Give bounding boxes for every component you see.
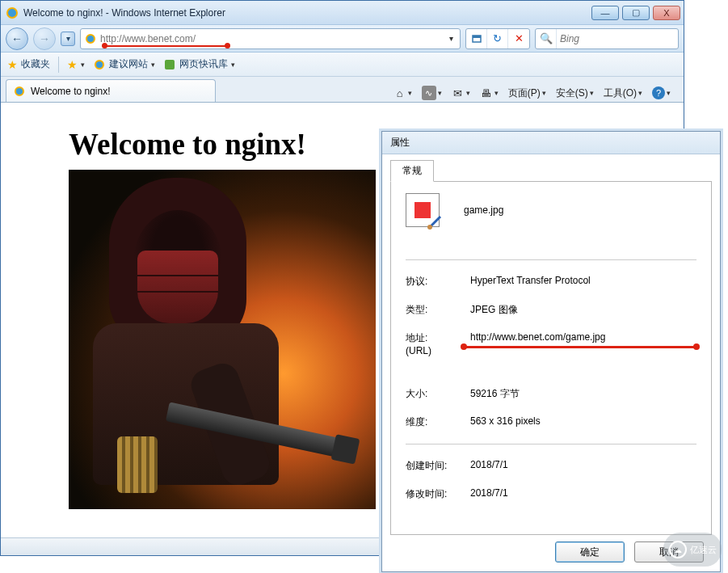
home-icon: ⌂ [393,86,406,99]
dropdown-icon: ▾ [231,61,235,69]
divider [406,259,696,260]
url-dropdown[interactable]: ▾ [445,34,457,43]
safety-menu[interactable]: 安全(S)▾ [553,85,597,102]
star-icon: ★ [7,58,18,71]
cloud-icon: ☁ [669,541,687,558]
favorites-label: 收藏夹 [21,57,50,71]
annotation-dot [102,43,107,48]
brush-icon [427,215,442,230]
svg-point-1 [86,35,95,43]
site-icon [84,32,97,45]
web-slice[interactable]: 网页快讯库 ▾ [163,57,235,71]
annotation-dot [225,43,230,48]
protocol-label: 协议: [406,275,470,289]
print-button[interactable]: 🖶▾ [477,85,502,101]
character [93,178,279,501]
help-icon: ? [652,86,665,99]
dropdown-icon: ▾ [81,61,85,69]
home-button[interactable]: ⌂▾ [390,85,415,101]
suggested-label: 建议网站 [109,57,148,71]
print-icon: 🖶 [480,86,493,99]
svg-point-9 [427,225,432,230]
svg-point-0 [7,8,17,18]
svg-point-6 [15,87,23,95]
command-bar: ⌂▾ ∿▾ ✉▾ 🖶▾ 页面(P)▾ 安全(S)▾ 工具(O)▾ ?▾ [256,84,679,102]
search-input[interactable] [557,33,662,44]
ie-small-icon [93,58,106,71]
recent-dropdown[interactable]: ▾ [61,32,75,46]
compat-icon[interactable] [466,29,487,48]
size-value: 59216 字节 [470,387,696,401]
mail-icon: ✉ [452,86,465,99]
maximize-button[interactable]: ▢ [622,6,650,20]
stop-button[interactable]: ✕ [508,29,529,48]
titlebar[interactable]: Welcome to nginx! - Windows Internet Exp… [1,1,684,25]
created-value: 2018/7/1 [470,459,696,473]
svg-point-4 [95,61,103,69]
star-add-icon: ★ [67,58,78,71]
search-icon: 🔍 [536,29,557,48]
dropdown-icon: ▾ [151,61,155,69]
page-menu[interactable]: 页面(P)▾ [505,85,549,102]
address-bar[interactable]: http://www.benet.com/ ▾ [80,28,461,49]
modified-value: 2018/7/1 [470,487,696,501]
browser-tab[interactable]: Welcome to nginx! [6,79,216,102]
help-button[interactable]: ?▾ [649,85,674,101]
suggested-sites[interactable]: 建议网站 ▾ [93,57,155,71]
watermark: ☁ 亿速云 [663,533,722,567]
tab-favicon [13,85,26,98]
navbar: ← → ▾ http://www.benet.com/ ▾ ↻ ✕ 🔍 [1,25,684,53]
mail-button[interactable]: ✉▾ [448,85,473,101]
favorites-bar: ★ 收藏夹 ★ ▾ 建议网站 ▾ 网页快讯库 ▾ [1,53,684,77]
favorites-button[interactable]: ★ 收藏夹 [7,57,50,71]
type-value: JPEG 图像 [470,303,696,317]
annotation-underline [105,45,229,47]
rss-icon: ∿ [422,86,436,100]
refresh-button[interactable]: ↻ [487,29,508,48]
dimensions-value: 563 x 316 pixels [470,415,696,429]
created-label: 创建时间: [406,459,470,473]
close-button[interactable]: X [653,6,680,20]
add-favorite-button[interactable]: ★ ▾ [67,58,85,71]
svg-rect-3 [473,36,481,38]
url-value[interactable]: http://www.benet.com/game.jpg [470,331,696,356]
search-box[interactable]: 🔍 [535,28,679,49]
feed-button[interactable]: ∿▾ [419,84,445,102]
modified-label: 修改时间: [406,487,470,501]
svg-rect-5 [165,60,175,70]
annotation-underline [464,346,696,348]
tab-general[interactable]: 常规 [390,160,434,182]
tab-title: Welcome to nginx! [31,86,111,97]
protocol-value: HyperText Transfer Protocol [470,275,696,289]
slice-icon [163,58,176,71]
url-text: http://www.benet.com/ [100,33,445,44]
back-button[interactable]: ← [6,27,28,50]
slice-label: 网页快讯库 [179,57,228,71]
divider [406,444,696,444]
properties-dialog: 属性 常规 game.jpg 协议:HyperText Transfer Pro… [381,131,721,572]
nav-controls: ↻ ✕ [465,28,530,49]
window-title: Welcome to nginx! - Windows Internet Exp… [23,7,591,19]
dialog-titlebar[interactable]: 属性 [382,132,720,154]
dialog-title: 属性 [390,136,410,150]
separator [58,57,59,73]
ok-button[interactable]: 确定 [555,541,625,562]
tools-menu[interactable]: 工具(O)▾ [600,85,646,102]
filetype-icon [406,193,440,227]
ie-icon [6,6,19,19]
game-image[interactable] [69,170,376,509]
tab-bar: Welcome to nginx! ⌂▾ ∿▾ ✉▾ 🖶▾ 页面(P)▾ 安全(… [1,77,684,103]
minimize-button[interactable]: — [591,6,619,20]
type-label: 类型: [406,303,470,317]
dimensions-label: 维度: [406,415,470,429]
size-label: 大小: [406,387,470,401]
forward-button[interactable]: → [33,27,56,50]
filename: game.jpg [464,204,503,216]
dialog-panel: game.jpg 协议:HyperText Transfer Protocol … [390,181,712,535]
